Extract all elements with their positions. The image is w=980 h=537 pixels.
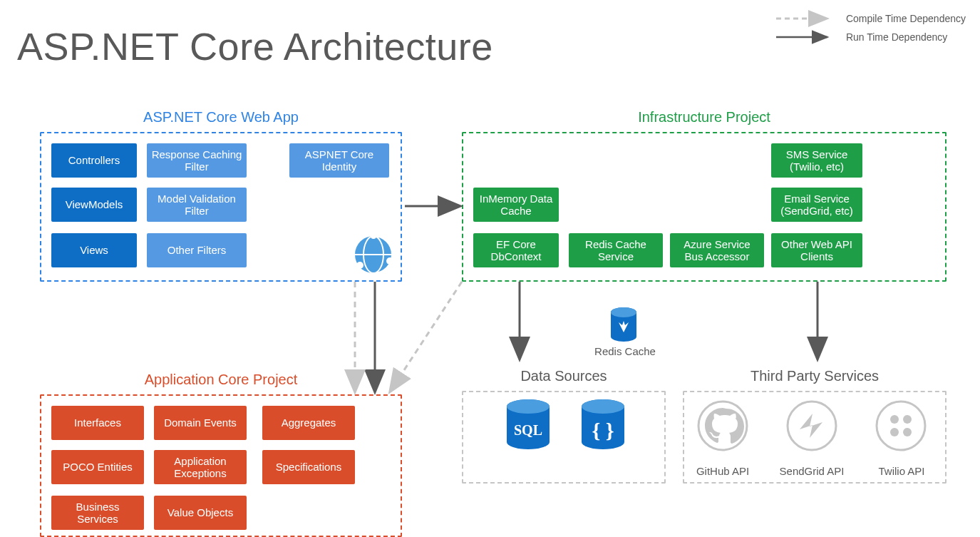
connectors (0, 0, 980, 537)
svg-line-23 (391, 282, 462, 391)
